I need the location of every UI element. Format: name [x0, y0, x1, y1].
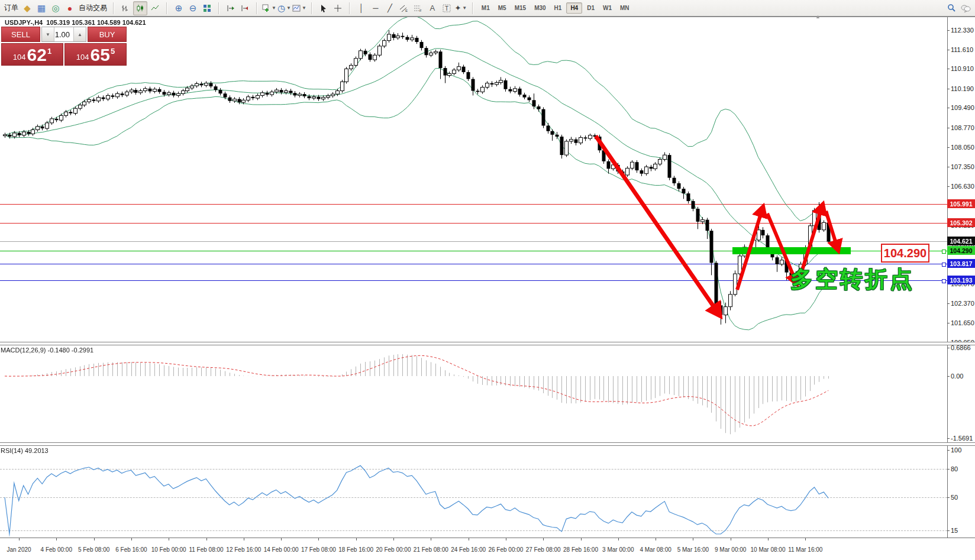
- svg-text:F: F: [419, 9, 422, 12]
- x-axis-label: 5 Mar 16:00: [677, 546, 709, 553]
- cursor-icon[interactable]: [317, 2, 330, 15]
- lot-size-stepper: ▼ 1.00 ▲: [41, 27, 86, 42]
- x-axis-tick: [693, 538, 693, 540]
- channel-icon[interactable]: E: [398, 2, 411, 15]
- crosshair-icon[interactable]: [331, 2, 344, 15]
- text-label-icon[interactable]: T: [440, 2, 453, 15]
- x-axis-tick: [169, 538, 169, 540]
- profile-icon[interactable]: ▦: [35, 2, 48, 15]
- x-axis-tick: [393, 538, 394, 540]
- timeframe-mn[interactable]: MN: [616, 3, 633, 13]
- x-axis-tick: [581, 538, 582, 540]
- main-toolbar: 订单 ◆ ▦ ◎ ● 自动交易 ⊕ ⊖ ▼ ◷▼ ▼: [0, 0, 975, 17]
- candlestick-mode-icon[interactable]: [133, 1, 147, 15]
- timeframe-group: M1M5M15M30H1H4D1W1MN: [475, 0, 636, 16]
- x-axis-tick: [543, 538, 544, 540]
- x-axis-label: 6 Feb 16:00: [115, 546, 147, 553]
- toolbar-separator: [166, 2, 167, 14]
- chart-shift-icon[interactable]: [224, 2, 237, 15]
- autotrading-button[interactable]: 自动交易: [79, 3, 107, 13]
- timeframe-h1[interactable]: H1: [551, 3, 566, 13]
- new-order-button[interactable]: 订单: [4, 3, 18, 13]
- zoom-out-icon[interactable]: ⊖: [186, 2, 199, 15]
- vertical-line-icon[interactable]: │: [355, 2, 368, 15]
- trend-arrow[interactable]: [596, 136, 719, 314]
- rsi-axis-tick: 15: [951, 527, 958, 534]
- new-chart-icon[interactable]: ▼: [262, 2, 276, 15]
- lot-decrease-button[interactable]: ▼: [42, 27, 54, 41]
- arrow-objects-icon[interactable]: ✦▼: [454, 2, 467, 15]
- auto-scroll-icon[interactable]: [238, 2, 251, 15]
- autotrading-icon[interactable]: ●: [63, 2, 76, 15]
- fibonacci-icon[interactable]: F: [412, 2, 425, 15]
- y-axis-tick: 108.770: [951, 124, 974, 131]
- trendline-icon[interactable]: ╱: [383, 2, 396, 15]
- price-level-callout[interactable]: 104.290: [881, 244, 929, 263]
- buy-quote-panel[interactable]: 104 65 5: [64, 43, 127, 66]
- x-axis-tick: [244, 538, 244, 540]
- timeframe-h4[interactable]: H4: [566, 2, 582, 14]
- x-axis-tick: [656, 538, 656, 540]
- price-chip-105.302: 105.302: [947, 218, 975, 227]
- bar-chart-mode-icon[interactable]: [119, 2, 132, 15]
- time-axis[interactable]: Jan 20204 Feb 00:005 Feb 08:006 Feb 16:0…: [0, 538, 975, 560]
- tile-windows-icon[interactable]: [201, 2, 214, 15]
- x-axis-tick: [318, 538, 319, 540]
- x-axis-label: Jan 2020: [7, 546, 31, 553]
- search-icon[interactable]: [945, 2, 958, 15]
- buy-price-big: 65: [91, 46, 110, 64]
- timeframe-m15[interactable]: M15: [511, 3, 530, 13]
- x-axis-label: 3 Mar 00:00: [602, 546, 634, 553]
- lot-increase-button[interactable]: ▲: [73, 27, 86, 41]
- trend-arrow[interactable]: [826, 211, 838, 249]
- svg-text:T: T: [445, 5, 448, 12]
- x-axis-tick: [469, 538, 469, 540]
- sell-button[interactable]: SELL: [1, 27, 40, 42]
- new-order-icon[interactable]: ◆: [21, 2, 34, 15]
- sell-quote-panel[interactable]: 104 62 1: [1, 43, 63, 66]
- timeframe-m30[interactable]: M30: [531, 3, 549, 13]
- text-icon[interactable]: A: [426, 2, 439, 15]
- lot-size-value[interactable]: 1.00: [54, 27, 73, 41]
- x-axis-label: 17 Feb 08:00: [301, 546, 336, 553]
- x-axis-label: 27 Feb 08:00: [526, 546, 561, 553]
- x-axis-tick: [731, 538, 731, 540]
- zoom-in-icon[interactable]: ⊕: [172, 2, 185, 15]
- y-axis-tick: 110.910: [951, 65, 974, 72]
- price-level-text: 104.290: [884, 247, 926, 260]
- turning-point-annotation[interactable]: 多空转折点: [790, 264, 915, 294]
- x-axis-label: 11 Mar 16:00: [788, 546, 822, 553]
- x-axis-label: 5 Feb 08:00: [78, 546, 109, 553]
- period-icon[interactable]: ◷▼: [277, 2, 291, 15]
- macd-axis-tick: 0.00: [951, 373, 963, 380]
- toolbar-separator: [256, 2, 257, 14]
- x-axis-label: 11 Feb 08:00: [189, 546, 223, 553]
- rsi-axis-tick: 50: [951, 494, 958, 501]
- x-axis-tick: [131, 538, 132, 540]
- timeframe-d1[interactable]: D1: [583, 3, 598, 13]
- buy-button[interactable]: BUY: [88, 27, 127, 42]
- x-axis-tick: [618, 538, 619, 540]
- template-icon[interactable]: ▼: [292, 2, 306, 15]
- trend-arrow[interactable]: [737, 208, 763, 290]
- x-axis-label: 12 Feb 16:00: [226, 546, 261, 553]
- buy-price-base: 104: [76, 53, 89, 61]
- one-click-trading-panel: SELL ▼ 1.00 ▲ BUY 104 62 1 104 65 5: [1, 27, 127, 66]
- y-axis-tick: 110.190: [951, 85, 974, 92]
- line-chart-mode-icon[interactable]: [148, 2, 162, 15]
- chart-window[interactable]: ▲ USDJPY-,H4 105.319 105.361 104.589 104…: [0, 17, 975, 560]
- price-chip-104.621: 104.621: [947, 237, 975, 245]
- x-axis-label: 4 Mar 08:00: [640, 546, 671, 553]
- toolbar-separator: [113, 2, 114, 14]
- x-axis-tick: [206, 538, 207, 540]
- signals-icon[interactable]: ◎: [49, 2, 62, 15]
- price-chip-104.290: 104.290: [947, 246, 975, 255]
- timeframe-w1[interactable]: W1: [599, 3, 615, 13]
- horizontal-line-icon[interactable]: ─: [369, 2, 382, 15]
- sell-price-big: 62: [27, 46, 47, 64]
- timeframe-m1[interactable]: M1: [478, 3, 493, 13]
- svg-text:E: E: [405, 9, 408, 12]
- splitter-grip-icon[interactable]: ▲: [815, 14, 821, 20]
- chat-icon[interactable]: [959, 2, 972, 15]
- timeframe-m5[interactable]: M5: [495, 3, 510, 13]
